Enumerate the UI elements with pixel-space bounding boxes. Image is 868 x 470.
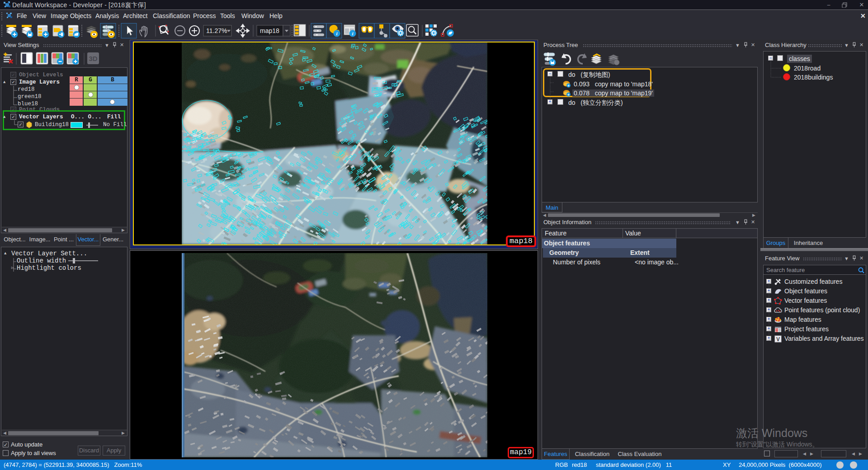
- svg-text:3D: 3D: [89, 55, 97, 62]
- svg-text:map18: map18: [260, 27, 279, 34]
- svg-text:+: +: [567, 93, 570, 97]
- svg-text:11.27%: 11.27%: [206, 27, 227, 34]
- svg-text:+: +: [567, 84, 570, 88]
- svg-text:V: V: [776, 336, 780, 343]
